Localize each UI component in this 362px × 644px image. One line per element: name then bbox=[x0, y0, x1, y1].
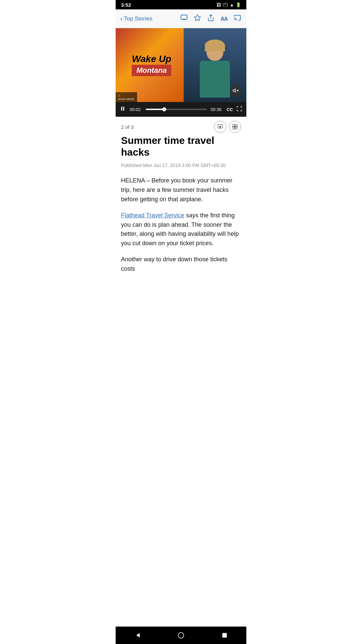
back-arrow-icon: ‹ bbox=[120, 15, 123, 22]
anchor-hair bbox=[205, 40, 225, 51]
vibrate-icon: 📳 bbox=[223, 2, 228, 7]
text-size-button[interactable]: AA bbox=[220, 14, 228, 23]
logo-name: KULR NEWS bbox=[118, 98, 134, 101]
video-view-button[interactable] bbox=[214, 121, 226, 133]
bookmark-button[interactable] bbox=[193, 13, 202, 24]
video-thumbnail: Wake Up Montana 8 KULR NEWS bbox=[116, 28, 246, 102]
comment-button[interactable] bbox=[180, 13, 188, 24]
svg-rect-17 bbox=[235, 127, 237, 129]
battery-icon: 🔋 bbox=[236, 2, 241, 7]
wifi-icon: ▲ bbox=[230, 2, 234, 7]
article-meta-row: 2 of 3 bbox=[116, 117, 246, 135]
logo-number: 8 bbox=[118, 94, 134, 98]
status-time: 3:52 bbox=[121, 2, 131, 8]
back-button[interactable]: ‹ Top Stories bbox=[120, 15, 153, 22]
current-time: 00:02 bbox=[130, 107, 142, 112]
show-title-line1: Wake Up bbox=[132, 54, 171, 64]
article-title: Summer time travel hacks bbox=[121, 135, 241, 158]
video-container[interactable]: Wake Up Montana 8 KULR NEWS bbox=[116, 28, 246, 117]
status-bar: 3:52 🖼 📳 ▲ 🔋 bbox=[116, 0, 246, 9]
svg-rect-10 bbox=[121, 107, 122, 111]
fullscreen-button[interactable] bbox=[236, 106, 242, 113]
nav-bar: ‹ Top Stories AA bbox=[116, 9, 246, 28]
progress-thumb bbox=[162, 107, 166, 111]
svg-rect-16 bbox=[233, 127, 235, 129]
svg-rect-14 bbox=[233, 124, 235, 126]
share-button[interactable] bbox=[206, 13, 215, 24]
video-controls[interactable]: 00:02 00:36 CC bbox=[116, 102, 246, 117]
article-published: Published Mon Jun 17, 2019 3:00 PM GMT+0… bbox=[121, 163, 241, 168]
video-left-panel: Wake Up Montana bbox=[116, 28, 188, 102]
show-title-banner: Montana bbox=[132, 65, 171, 76]
svg-marker-7 bbox=[233, 89, 236, 93]
anchor-head bbox=[206, 42, 223, 61]
photo-icon: 🖼 bbox=[217, 2, 221, 7]
back-label: Top Stories bbox=[124, 15, 153, 22]
show-title-line2: Montana bbox=[136, 66, 167, 75]
body-paragraph-2: Flathead Travel Service says the first t… bbox=[121, 211, 241, 249]
progress-fill bbox=[146, 109, 164, 110]
svg-marker-4 bbox=[194, 15, 200, 20]
svg-point-2 bbox=[184, 19, 184, 20]
svg-rect-15 bbox=[235, 124, 237, 126]
svg-marker-13 bbox=[220, 126, 221, 127]
media-count: 2 of 3 bbox=[121, 124, 134, 130]
status-icons: 🖼 📳 ▲ 🔋 bbox=[217, 2, 241, 7]
svg-point-1 bbox=[182, 19, 183, 20]
article-body: HELENA – Before you book your summer tri… bbox=[121, 176, 241, 274]
svg-rect-0 bbox=[181, 15, 187, 19]
station-logo: 8 KULR NEWS bbox=[116, 92, 137, 102]
flathead-travel-link[interactable]: Flathead Travel Service bbox=[121, 212, 184, 219]
mute-button[interactable] bbox=[230, 85, 242, 97]
media-view-buttons bbox=[214, 121, 241, 133]
show-title-overlay: Wake Up Montana bbox=[132, 54, 171, 76]
svg-point-3 bbox=[185, 19, 186, 20]
nav-actions: AA bbox=[180, 13, 242, 24]
svg-rect-11 bbox=[123, 107, 124, 111]
cast-button[interactable] bbox=[233, 13, 242, 24]
body-paragraph-3: Another way to drive down those tickets … bbox=[121, 255, 241, 274]
body-paragraph-1: HELENA – Before you book your summer tri… bbox=[121, 176, 241, 204]
total-time: 00:36 bbox=[210, 107, 223, 112]
anchor-body bbox=[200, 61, 230, 98]
gallery-view-button[interactable] bbox=[229, 121, 241, 133]
cc-button[interactable]: CC bbox=[227, 107, 233, 112]
article-content: Summer time travel hacks Published Mon J… bbox=[116, 135, 246, 287]
pause-button[interactable] bbox=[120, 106, 126, 113]
progress-bar[interactable] bbox=[146, 109, 207, 110]
